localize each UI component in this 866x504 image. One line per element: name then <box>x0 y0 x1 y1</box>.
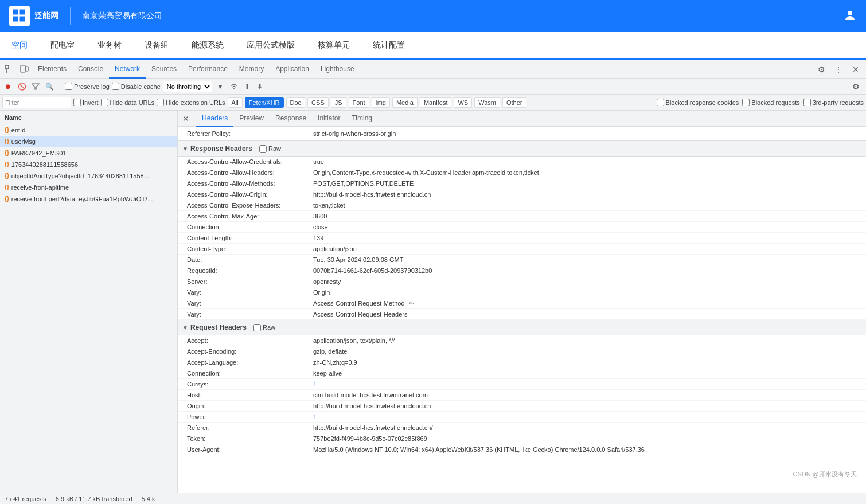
nav-item-shebeizhuo[interactable]: 设备组 <box>133 32 180 60</box>
tab-memory[interactable]: Memory <box>233 60 270 79</box>
edit-icon[interactable]: ✏ <box>409 300 414 307</box>
blocked-requests-checkbox[interactable]: Blocked requests <box>742 99 799 106</box>
nav-item-kongjian[interactable]: 空间 <box>0 32 39 60</box>
export-icon[interactable]: ⬇ <box>255 81 265 92</box>
request-item[interactable]: {} PARK7942_EMS01 <box>0 147 177 159</box>
import-icon[interactable]: ⬆ <box>242 81 252 92</box>
invert-input[interactable] <box>73 99 81 106</box>
header-name: Content-Length: <box>187 235 313 241</box>
tab-elements[interactable]: Elements <box>32 60 72 79</box>
request-item[interactable]: {} 1763440288111558656 <box>0 159 177 170</box>
request-raw-btn[interactable]: Raw <box>253 324 275 331</box>
device-icon[interactable] <box>17 62 31 76</box>
preserve-log-input[interactable] <box>65 83 72 90</box>
blocked-requests-input[interactable] <box>742 99 750 106</box>
filter-js[interactable]: JS <box>331 97 346 108</box>
close-headers-btn[interactable]: ✕ <box>180 113 192 124</box>
filter-manifest[interactable]: Manifest <box>420 97 452 108</box>
nav-item-peidianshi[interactable]: 配电室 <box>39 32 86 60</box>
response-raw-btn[interactable]: Raw <box>259 145 281 153</box>
filter-doc[interactable]: Doc <box>286 97 306 108</box>
wifi-icon <box>228 81 240 92</box>
settings-icon[interactable]: ⚙ <box>814 62 828 76</box>
svg-rect-3 <box>19 16 25 22</box>
filter-all[interactable]: All <box>228 97 243 108</box>
throttle-select[interactable]: No throttling <box>163 81 212 92</box>
tab-preview[interactable]: Preview <box>233 111 270 127</box>
filter-ws[interactable]: WS <box>454 97 472 108</box>
filter-other[interactable]: Other <box>502 97 526 108</box>
tab-network[interactable]: Network <box>109 60 146 79</box>
blocked-response-cookies-input[interactable] <box>657 99 664 106</box>
header-name: Content-Type: <box>187 245 313 252</box>
record-icon[interactable]: ⏺ <box>2 81 14 92</box>
blocked-response-cookies-checkbox[interactable]: Blocked response cookies <box>657 99 739 106</box>
header-name: Accept: <box>187 337 313 344</box>
clear-icon[interactable]: 🚫 <box>16 81 28 92</box>
hide-extension-urls-input[interactable] <box>157 99 164 106</box>
filter-font[interactable]: Font <box>349 97 369 108</box>
tab-timing[interactable]: Timing <box>346 111 378 127</box>
request-item[interactable]: {} entId <box>0 124 177 136</box>
transferred-size: 6.9 kB / 11.7 kB transferred <box>56 495 132 502</box>
tab-performance[interactable]: Performance <box>182 60 233 79</box>
filter-img[interactable]: Img <box>372 97 390 108</box>
tab-lighthouse[interactable]: Lighthouse <box>315 60 360 79</box>
nav-item-yingyong[interactable]: 应用公式模版 <box>235 32 306 60</box>
request-item[interactable]: {} receive-front-apitime <box>0 182 177 193</box>
header-name: Access-Control-Allow-Headers: <box>187 169 313 176</box>
hide-extension-urls-checkbox[interactable]: Hide extension URLs <box>157 99 225 106</box>
tab-initiator[interactable]: Initiator <box>312 111 346 127</box>
user-icon[interactable] <box>843 9 857 24</box>
header-row: Host: cim-build-model-hcs.test.fnwintran… <box>178 390 866 401</box>
more-options-icon[interactable]: ⋮ <box>832 62 845 76</box>
filter-input[interactable] <box>2 97 71 108</box>
app-bar-left: 泛能网 南京荣高贸易有限公司 <box>9 6 162 26</box>
filter-wasm[interactable]: Wasm <box>474 97 500 108</box>
header-row: Server: openresty <box>178 276 866 287</box>
disable-cache-checkbox[interactable]: Disable cache <box>112 83 161 90</box>
filter-icon[interactable] <box>30 81 41 92</box>
preserve-log-checkbox[interactable]: Preserve log <box>65 83 110 90</box>
header-row: Access-Control-Max-Age: 3600 <box>178 211 866 222</box>
nav-item-yewushu[interactable]: 业务树 <box>86 32 133 60</box>
request-item-selected[interactable]: {} userMsg <box>0 136 177 147</box>
filter-css[interactable]: CSS <box>307 97 329 108</box>
tab-headers[interactable]: Headers <box>196 111 233 127</box>
inspect-icon[interactable] <box>2 62 16 76</box>
tab-response[interactable]: Response <box>270 111 312 127</box>
header-name: Server: <box>187 278 313 285</box>
filter-media[interactable]: Media <box>392 97 418 108</box>
hide-data-urls-input[interactable] <box>101 99 108 106</box>
throttle-arrow-icon[interactable]: ▼ <box>214 81 226 92</box>
header-name: Host: <box>187 392 313 398</box>
disable-cache-input[interactable] <box>112 83 119 90</box>
nav-item-tongji[interactable]: 统计配置 <box>361 32 416 60</box>
header-value: Mozilla/5.0 (Windows NT 10.0; Win64; x64… <box>313 446 857 453</box>
tab-application[interactable]: Application <box>270 60 315 79</box>
third-party-requests-checkbox[interactable]: 3rd-party requests <box>803 99 864 106</box>
close-devtools-icon[interactable]: ✕ <box>849 62 863 76</box>
invert-checkbox[interactable]: Invert <box>73 99 99 106</box>
nav-item-nengyuan[interactable]: 能源系统 <box>180 32 235 60</box>
response-headers-section[interactable]: ▼ Response Headers Raw <box>178 141 866 157</box>
hide-data-urls-checkbox[interactable]: Hide data URLs <box>101 99 155 106</box>
nav-item-hesuan[interactable]: 核算单元 <box>306 32 361 60</box>
header-name: Vary: <box>187 300 313 307</box>
tab-console[interactable]: Console <box>72 60 109 79</box>
tab-sources[interactable]: Sources <box>146 60 182 79</box>
search-icon[interactable]: 🔍 <box>44 81 55 92</box>
request-headers-section[interactable]: ▼ Request Headers Raw <box>178 320 866 335</box>
third-party-requests-input[interactable] <box>803 99 811 106</box>
svg-rect-0 <box>13 9 18 15</box>
header-value: openresty <box>313 278 857 285</box>
network-settings-icon[interactable]: ⚙ <box>849 80 863 93</box>
header-row: Access-Control-Allow-Headers: Origin,Con… <box>178 167 866 178</box>
app-bar: 泛能网 南京荣高贸易有限公司 <box>0 0 866 32</box>
request-item[interactable]: {} receive-front-perf?data=eyJibGFua1Rpb… <box>0 193 177 205</box>
filter-fetch-xhr[interactable]: Fetch/XHR <box>245 97 284 108</box>
header-value: zh-CN,zh;q=0.9 <box>313 359 857 366</box>
request-item[interactable]: {} objectIdAndType?objectId=176344028811… <box>0 170 177 182</box>
response-raw-checkbox[interactable] <box>259 145 267 153</box>
request-raw-checkbox[interactable] <box>253 324 261 331</box>
